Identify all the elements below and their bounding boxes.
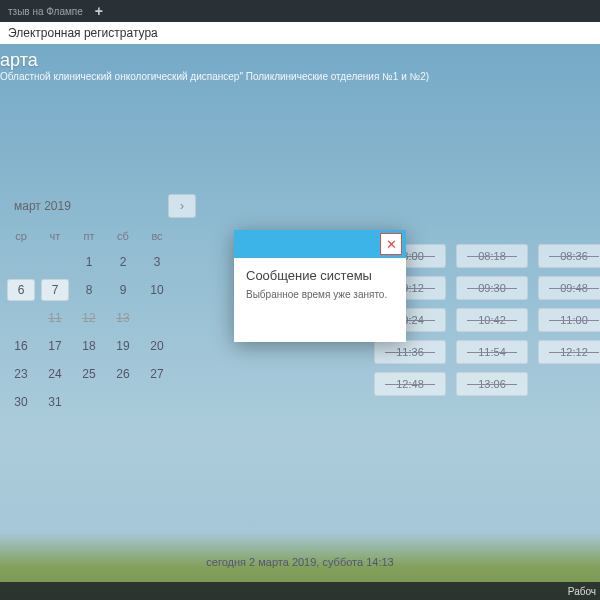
page-header: арта Областной клинический онкологически… bbox=[0, 50, 429, 82]
time-slot[interactable]: 12:48 bbox=[374, 372, 446, 396]
time-slot[interactable]: 11:36 bbox=[374, 340, 446, 364]
tab-title[interactable]: тзыв на Флампе bbox=[8, 6, 83, 17]
calendar-day[interactable]: 8 bbox=[72, 278, 106, 302]
time-slot[interactable]: 10:42 bbox=[456, 308, 528, 332]
calendar-month: март 2019 bbox=[14, 199, 71, 213]
calendar-day[interactable]: 19 bbox=[106, 334, 140, 358]
calendar-day[interactable]: 25 bbox=[72, 362, 106, 386]
calendar-weekday: пт bbox=[72, 226, 106, 246]
dialog-titlebar: ✕ bbox=[234, 230, 406, 258]
url-text: Электронная регистратура bbox=[8, 26, 158, 40]
calendar-day[interactable]: 16 bbox=[4, 334, 38, 358]
calendar-day[interactable]: 24 bbox=[38, 362, 72, 386]
time-slot[interactable]: 08:36 bbox=[538, 244, 600, 268]
calendar-day[interactable]: 12 bbox=[72, 306, 106, 330]
calendar: март 2019 › срчтптсбвс123678910111213161… bbox=[0, 194, 200, 414]
page-title: арта bbox=[0, 50, 429, 71]
calendar-weekday: вс bbox=[140, 226, 174, 246]
time-slot[interactable]: 08:18 bbox=[456, 244, 528, 268]
calendar-day[interactable]: 26 bbox=[106, 362, 140, 386]
calendar-day[interactable]: 17 bbox=[38, 334, 72, 358]
taskbar: Рабоч bbox=[0, 582, 600, 600]
calendar-day[interactable]: 9 bbox=[106, 278, 140, 302]
calendar-day[interactable]: 30 bbox=[4, 390, 38, 414]
calendar-day[interactable]: 11 bbox=[38, 306, 72, 330]
time-slots: 08:0008:1808:3609:1209:3009:4810:2410:42… bbox=[374, 244, 600, 396]
time-slot[interactable]: 09:30 bbox=[456, 276, 528, 300]
footer-date: сегодня 2 марта 2019, суббота 14:13 bbox=[0, 556, 600, 568]
time-slot[interactable]: 09:48 bbox=[538, 276, 600, 300]
page-subtitle: Областной клинический онкологический дис… bbox=[0, 71, 429, 82]
dialog-title: Сообщение системы bbox=[246, 268, 394, 283]
calendar-day[interactable]: 27 bbox=[140, 362, 174, 386]
calendar-weekday: чт bbox=[38, 226, 72, 246]
calendar-day[interactable]: 6 bbox=[7, 279, 35, 301]
calendar-day bbox=[106, 390, 140, 414]
dialog-text: Выбранное время уже занято. bbox=[246, 289, 394, 300]
calendar-day bbox=[4, 306, 38, 330]
chevron-right-icon: › bbox=[180, 199, 184, 213]
calendar-day[interactable]: 23 bbox=[4, 362, 38, 386]
time-slot[interactable]: 11:00 bbox=[538, 308, 600, 332]
time-slot[interactable]: 11:54 bbox=[456, 340, 528, 364]
calendar-day bbox=[38, 250, 72, 274]
browser-tabs: тзыв на Флампе + bbox=[0, 0, 600, 22]
page-content: арта Областной клинический онкологически… bbox=[0, 44, 600, 600]
calendar-day[interactable]: 20 bbox=[140, 334, 174, 358]
calendar-day[interactable]: 7 bbox=[41, 279, 69, 301]
taskbar-right: Рабоч bbox=[568, 586, 596, 597]
calendar-day[interactable]: 18 bbox=[72, 334, 106, 358]
calendar-weekday: сб bbox=[106, 226, 140, 246]
time-slot[interactable]: 13:06 bbox=[456, 372, 528, 396]
calendar-day[interactable]: 10 bbox=[140, 278, 174, 302]
calendar-day[interactable]: 1 bbox=[72, 250, 106, 274]
dialog-close-button[interactable]: ✕ bbox=[380, 233, 402, 255]
calendar-day[interactable]: 3 bbox=[140, 250, 174, 274]
calendar-day bbox=[140, 390, 174, 414]
calendar-day bbox=[140, 306, 174, 330]
calendar-day bbox=[4, 250, 38, 274]
url-bar[interactable]: Электронная регистратура bbox=[0, 22, 600, 44]
new-tab-button[interactable]: + bbox=[89, 3, 109, 19]
close-icon: ✕ bbox=[386, 237, 397, 252]
calendar-day[interactable]: 2 bbox=[106, 250, 140, 274]
calendar-day[interactable]: 31 bbox=[38, 390, 72, 414]
calendar-day bbox=[72, 390, 106, 414]
calendar-day[interactable]: 13 bbox=[106, 306, 140, 330]
calendar-grid: срчтптсбвс123678910111213161718192023242… bbox=[0, 226, 200, 414]
time-slot[interactable]: 12:12 bbox=[538, 340, 600, 364]
system-message-dialog: ✕ Сообщение системы Выбранное время уже … bbox=[234, 230, 406, 342]
calendar-weekday: ср bbox=[4, 226, 38, 246]
calendar-next-button[interactable]: › bbox=[168, 194, 196, 218]
